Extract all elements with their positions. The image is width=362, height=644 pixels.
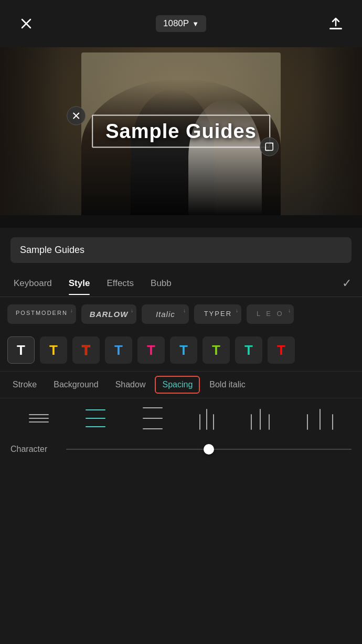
bar (143, 428, 163, 429)
color-swatch-pink[interactable]: T (137, 336, 165, 364)
vbar (332, 414, 333, 430)
kitchen-left (0, 47, 63, 215)
char-spacing-wide[interactable] (307, 407, 333, 430)
bar (29, 414, 49, 415)
chevron-down-icon: ▼ (192, 20, 199, 28)
font-style-typer[interactable]: ↓ TYPER (194, 304, 241, 324)
bar (29, 418, 49, 419)
upload-button[interactable] (325, 13, 346, 34)
font-label-typer: TYPER (204, 310, 232, 318)
vbar (199, 414, 200, 430)
tab-check-button[interactable]: ✓ (337, 270, 357, 297)
download-icon: ↓ (70, 308, 73, 313)
tab-effects[interactable]: Effects (98, 272, 142, 295)
bar (86, 418, 105, 419)
font-label-barlow: BARLOW (90, 310, 129, 319)
tab-style[interactable]: Style (60, 272, 99, 295)
download-icon: ↓ (131, 308, 133, 313)
text-input-row (0, 228, 362, 270)
bottom-tab-stroke[interactable]: Stroke (5, 376, 44, 394)
color-swatch-light-blue[interactable]: T (170, 336, 197, 364)
color-swatch-yellow[interactable]: T (40, 336, 67, 364)
bottom-tab-shadow[interactable]: Shadow (108, 376, 153, 394)
top-bar: 1080P ▼ (0, 0, 362, 47)
character-row: Character (0, 438, 362, 460)
color-swatch-teal[interactable]: T (235, 336, 262, 364)
resolution-selector[interactable]: 1080P ▼ (156, 15, 206, 32)
bottom-tabs-row: Stroke Background Shadow Spacing Bold it… (0, 371, 362, 398)
font-style-leo[interactable]: ↓ L E O (247, 304, 294, 324)
slider-thumb[interactable] (204, 444, 214, 455)
editing-panel: Keyboard Style Effects Bubb ✓ ↓ POSTMODE… (0, 228, 362, 460)
line-spacing-medium[interactable] (86, 409, 105, 427)
swatch-label: T (147, 342, 155, 358)
character-slider[interactable] (66, 449, 352, 450)
gap (0, 215, 362, 228)
text-resize-button[interactable] (260, 138, 279, 156)
vbar (320, 409, 321, 430)
swatch-label: T (277, 342, 285, 358)
download-icon: ↓ (183, 308, 186, 313)
bar (86, 426, 105, 427)
video-preview: Sample Guides (0, 47, 362, 215)
svg-rect-2 (329, 28, 342, 29)
vbar (213, 414, 214, 430)
bar (86, 409, 105, 410)
font-styles-row: ↓ POSTMODERN ↓ BARLOW ↓ Italic ↓ TYPER ↓… (0, 297, 362, 331)
bar (29, 421, 49, 423)
swatch-label: T (49, 342, 58, 358)
char-spacing-compact[interactable] (199, 407, 214, 430)
text-box[interactable]: Sample Guides (92, 115, 270, 148)
text-overlay-label: Sample Guides (105, 120, 257, 143)
swatch-label: T (82, 342, 90, 358)
vbar (206, 409, 207, 430)
font-style-barlow[interactable]: ↓ BARLOW (81, 304, 137, 324)
font-label-postmodern: POSTMODERN (16, 310, 68, 316)
vbar (269, 414, 270, 430)
color-swatch-red2[interactable]: T (268, 336, 295, 364)
bottom-tab-background[interactable]: Background (46, 376, 105, 394)
text-overlay-container[interactable]: Sample Guides (92, 115, 270, 148)
color-swatch-green[interactable]: T (203, 336, 230, 364)
font-label-leo: L E O (257, 310, 284, 318)
color-swatch-red-outline[interactable]: T (72, 336, 100, 364)
download-icon: ↓ (236, 308, 238, 313)
bar (143, 407, 163, 408)
character-label: Character (10, 445, 58, 454)
color-swatch-blue[interactable]: T (105, 336, 132, 364)
tab-bubble[interactable]: Bubb (142, 272, 180, 295)
bar (143, 418, 163, 419)
swatch-label: T (114, 342, 123, 358)
swatch-label: T (179, 342, 188, 358)
svg-rect-5 (265, 143, 273, 151)
vbar (260, 409, 261, 430)
text-close-button[interactable] (67, 107, 86, 125)
swatch-label: T (212, 342, 220, 358)
tab-keyboard[interactable]: Keyboard (5, 272, 60, 295)
swatch-label: T (17, 342, 25, 358)
tabs-row: Keyboard Style Effects Bubb ✓ (0, 270, 362, 297)
bottom-tab-bold-italic[interactable]: Bold italic (202, 376, 252, 394)
color-swatch-black[interactable]: T (7, 336, 35, 364)
text-input[interactable] (10, 237, 352, 263)
resolution-label: 1080P (163, 18, 189, 29)
font-style-postmodern[interactable]: ↓ POSTMODERN (7, 304, 76, 324)
close-button[interactable] (16, 13, 37, 34)
swatch-label: T (244, 342, 253, 358)
line-spacing-compact[interactable] (29, 414, 49, 423)
color-swatches-row: T T T T T T T T T (0, 331, 362, 371)
char-spacing-medium[interactable] (251, 407, 270, 430)
bottom-tab-spacing[interactable]: Spacing (155, 376, 200, 394)
kitchen-right (310, 47, 362, 215)
font-label-italic: Italic (156, 310, 175, 319)
download-icon: ↓ (288, 308, 291, 313)
vbar (307, 414, 308, 430)
spacing-controls-row (0, 398, 362, 438)
vbar (251, 414, 252, 430)
line-spacing-wide[interactable] (143, 407, 163, 429)
font-style-italic[interactable]: ↓ Italic (142, 304, 189, 324)
